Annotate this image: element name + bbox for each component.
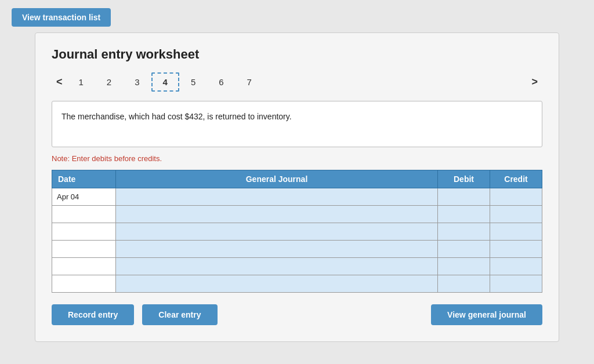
debit-input-5[interactable] (438, 258, 490, 275)
debit-cell-6[interactable] (438, 275, 490, 293)
description-box: The merchandise, which had cost $432, is… (52, 101, 542, 147)
worksheet-title: Journal entry worksheet (52, 47, 542, 62)
credit-input-4[interactable] (490, 241, 542, 257)
date-cell-3 (52, 223, 116, 241)
gj-cell-3[interactable] (116, 223, 438, 241)
tab-3[interactable]: 3 (123, 72, 151, 92)
credit-cell-5[interactable] (490, 258, 542, 275)
gj-input-1[interactable] (116, 188, 437, 205)
gj-input-5[interactable] (116, 258, 437, 275)
credit-cell-6[interactable] (490, 275, 542, 293)
gj-cell-5[interactable] (116, 258, 438, 275)
debit-cell-1[interactable] (438, 188, 490, 206)
gj-cell-6[interactable] (116, 275, 438, 293)
date-cell-1: Apr 04 (52, 188, 116, 206)
table-row: Apr 04 (52, 188, 542, 206)
tab-prev-button[interactable]: < (52, 75, 67, 89)
credit-cell-4[interactable] (490, 241, 542, 258)
table-row (52, 206, 542, 223)
credit-cell-1[interactable] (490, 188, 542, 206)
header-debit: Debit (438, 170, 490, 188)
view-transaction-button[interactable]: View transaction list (12, 8, 111, 27)
tab-7[interactable]: 7 (236, 72, 263, 92)
gj-input-2[interactable] (116, 206, 437, 223)
table-row (52, 241, 542, 258)
record-entry-button[interactable]: Record entry (52, 304, 134, 325)
credit-input-3[interactable] (490, 223, 542, 240)
table-row (52, 223, 542, 241)
tab-2[interactable]: 2 (95, 72, 123, 92)
date-cell-5 (52, 258, 116, 275)
debit-input-3[interactable] (438, 223, 490, 240)
tab-next-button[interactable]: > (527, 75, 542, 89)
debit-input-4[interactable] (438, 241, 490, 257)
debit-cell-4[interactable] (438, 241, 490, 258)
gj-input-6[interactable] (116, 275, 437, 292)
header-general-journal: General Journal (116, 170, 438, 188)
debit-cell-2[interactable] (438, 206, 490, 223)
credit-cell-2[interactable] (490, 206, 542, 223)
credit-input-2[interactable] (490, 206, 542, 223)
date-cell-6 (52, 275, 116, 293)
tab-5[interactable]: 5 (179, 72, 207, 92)
gj-cell-4[interactable] (116, 241, 438, 258)
debit-cell-5[interactable] (438, 258, 490, 275)
date-cell-4 (52, 241, 116, 258)
gj-input-3[interactable] (116, 223, 437, 240)
view-general-journal-button[interactable]: View general journal (431, 304, 542, 325)
table-row (52, 275, 542, 293)
debit-cell-3[interactable] (438, 223, 490, 241)
table-row (52, 258, 542, 275)
button-row: Record entry Clear entry View general jo… (52, 304, 542, 325)
credit-input-6[interactable] (490, 275, 542, 292)
gj-cell-2[interactable] (116, 206, 438, 223)
gj-cell-1[interactable] (116, 188, 438, 206)
worksheet-container: Journal entry worksheet < 1 2 3 4 5 6 7 … (35, 32, 559, 342)
credit-input-1[interactable] (490, 188, 542, 205)
gj-input-4[interactable] (116, 241, 437, 257)
date-cell-2 (52, 206, 116, 223)
tab-1[interactable]: 1 (67, 72, 95, 92)
note-text: Note: Enter debits before credits. (52, 154, 542, 163)
journal-table: Date General Journal Debit Credit Apr 04 (52, 170, 542, 293)
clear-entry-button[interactable]: Clear entry (142, 304, 217, 325)
tab-row: < 1 2 3 4 5 6 7 > (52, 72, 542, 92)
debit-input-1[interactable] (438, 188, 490, 205)
header-date: Date (52, 170, 116, 188)
tab-6[interactable]: 6 (207, 72, 235, 92)
debit-input-6[interactable] (438, 275, 490, 292)
credit-input-5[interactable] (490, 258, 542, 275)
credit-cell-3[interactable] (490, 223, 542, 241)
tab-4[interactable]: 4 (151, 72, 179, 92)
header-credit: Credit (490, 170, 542, 188)
debit-input-2[interactable] (438, 206, 490, 223)
